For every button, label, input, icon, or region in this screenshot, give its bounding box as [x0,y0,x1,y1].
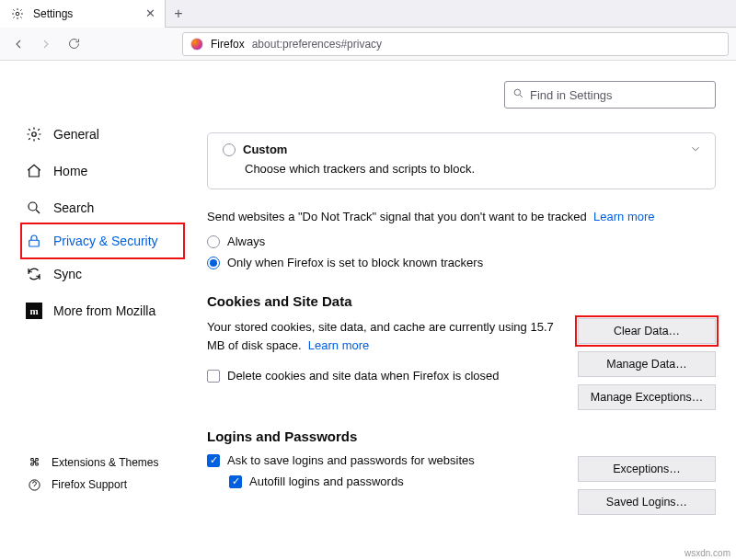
cookies-text: Your stored cookies, site data, and cach… [207,318,563,410]
sidebar-item-label: Privacy & Security [53,234,158,248]
mozilla-icon: m [26,303,42,319]
sidebar: General Home Search Privacy & Security S… [0,61,179,560]
sidebar-item-label: Extensions & Themes [52,456,159,469]
ask-save-row[interactable]: Ask to save logins and passwords for web… [207,453,563,467]
custom-radio[interactable] [223,143,236,156]
reload-button[interactable] [63,33,85,55]
sidebar-item-search[interactable]: Search [26,189,179,226]
logins-heading: Logins and Passwords [207,429,563,444]
svg-point-5 [514,89,521,96]
nav-bar: Firefox about:preferences#privacy [0,28,736,61]
sidebar-item-label: Sync [53,267,82,281]
sidebar-item-general[interactable]: General [26,116,179,153]
dnt-only-row[interactable]: Only when Firefox is set to block known … [207,256,716,269]
custom-title: Custom [243,143,287,156]
manage-data-button[interactable]: Manage Data… [578,351,716,377]
help-icon [26,476,42,493]
checkbox-label: Delete cookies and site data when Firefo… [227,367,500,385]
chevron-down-icon [689,143,702,158]
custom-subtitle: Choose which trackers and scripts to blo… [245,162,700,176]
content-pane: Find in Settings Custom Choose which tra… [179,61,736,560]
url-path: about:preferences#privacy [252,38,382,51]
search-icon [26,200,42,216]
url-prefix: Firefox [211,38,245,51]
clear-data-button[interactable]: Clear Data… [578,318,716,344]
watermark: wsxdn.com [684,548,730,558]
checkbox-label: Autofill logins and passwords [249,474,404,488]
sidebar-item-label: More from Mozilla [53,303,155,318]
dnt-text: Send websites a "Do Not Track" signal th… [207,210,716,223]
sidebar-item-label: Home [53,164,87,178]
manage-exceptions-button[interactable]: Manage Exceptions… [578,384,716,410]
sidebar-item-label: General [53,127,99,142]
close-icon[interactable]: ✕ [145,6,155,20]
search-placeholder: Find in Settings [530,88,613,102]
sidebar-item-home[interactable]: Home [26,153,179,189]
gear-icon [9,6,26,22]
svg-point-1 [32,132,37,137]
autofill-checkbox[interactable] [229,475,242,488]
sync-icon [26,266,42,282]
checkbox-label: Ask to save logins and passwords for web… [227,453,475,467]
radio-always[interactable] [207,235,220,248]
tab-bar: Settings ✕ + [0,0,736,28]
url-bar[interactable]: Firefox about:preferences#privacy [182,32,729,56]
svg-point-0 [16,12,19,16]
firefox-icon [190,38,203,51]
sidebar-item-label: Search [53,200,94,215]
radio-label: Only when Firefox is set to block known … [227,256,483,269]
sidebar-support[interactable]: Firefox Support [26,476,179,493]
custom-card[interactable]: Custom Choose which trackers and scripts… [207,132,716,189]
gear-icon [26,126,42,143]
sidebar-item-privacy[interactable]: Privacy & Security [20,223,185,259]
svg-point-2 [29,202,37,211]
delete-cookies-checkbox[interactable] [207,370,220,383]
radio-only[interactable] [207,257,220,269]
forward-button[interactable] [35,33,57,55]
dnt-learn-more[interactable]: Learn more [593,210,654,223]
delete-cookies-row[interactable]: Delete cookies and site data when Firefo… [207,367,563,385]
search-input[interactable]: Find in Settings [504,81,716,109]
new-tab-button[interactable]: + [166,6,191,22]
puzzle-icon [26,454,42,471]
sidebar-item-label: Firefox Support [52,478,127,491]
sidebar-item-mozilla[interactable]: m More from Mozilla [26,292,179,329]
dnt-always-row[interactable]: Always [207,234,716,248]
saved-logins-button[interactable]: Saved Logins… [578,489,716,515]
home-icon [26,163,42,179]
radio-label: Always [227,234,265,248]
svg-rect-3 [29,240,40,246]
cookies-learn-more[interactable]: Learn more [308,338,369,352]
back-button[interactable] [7,33,29,55]
ask-save-checkbox[interactable] [207,454,220,467]
lock-icon [26,233,42,249]
sidebar-item-sync[interactable]: Sync [26,256,179,292]
logins-exceptions-button[interactable]: Exceptions… [578,456,716,482]
tab-settings[interactable]: Settings ✕ [0,0,166,28]
tab-title: Settings [33,7,138,20]
sidebar-extensions[interactable]: Extensions & Themes [26,454,179,471]
autofill-row[interactable]: Autofill logins and passwords [229,474,563,488]
search-icon [512,87,524,102]
cookies-heading: Cookies and Site Data [207,293,716,309]
